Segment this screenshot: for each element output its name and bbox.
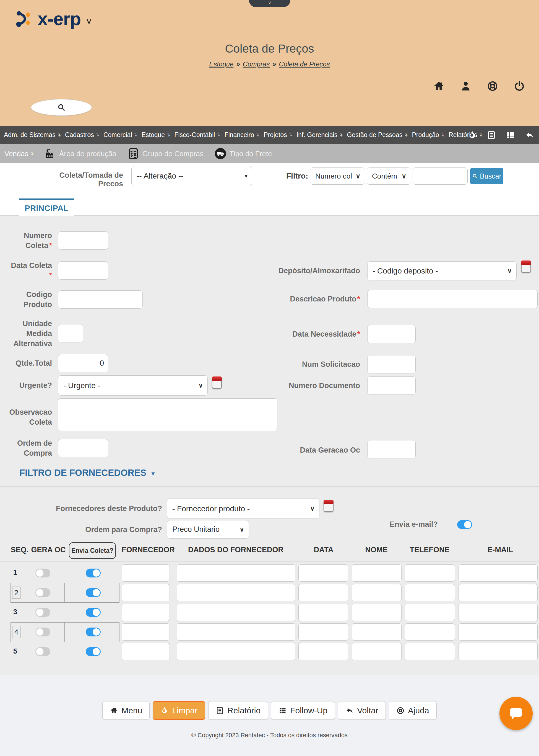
dados-fornecedor-input[interactable]: [177, 604, 295, 621]
filter-field-select[interactable]: Numero col∨: [310, 167, 365, 185]
buscar-button[interactable]: Buscar: [470, 168, 503, 184]
calendar-icon[interactable]: [212, 376, 222, 389]
telefone-input[interactable]: [405, 604, 455, 621]
email-input[interactable]: [459, 584, 538, 601]
envia-coleta-toggle[interactable]: [86, 588, 101, 597]
nome-input[interactable]: [352, 564, 402, 582]
nome-input[interactable]: [352, 623, 402, 640]
data-geracao-input[interactable]: [367, 440, 416, 458]
data-input[interactable]: [298, 604, 348, 621]
fornecedor-input[interactable]: [122, 584, 170, 601]
data-input[interactable]: [298, 643, 348, 660]
menu-producao[interactable]: Produção↴: [412, 131, 444, 139]
dados-fornecedor-input[interactable]: [177, 623, 295, 640]
deposito-select[interactable]: - Codigo deposito -∨: [367, 261, 517, 280]
telefone-input[interactable]: [405, 584, 455, 601]
envia-coleta-toggle[interactable]: [86, 569, 101, 577]
data-necessidade-input[interactable]: [367, 325, 416, 343]
submenu-grupo-compras[interactable]: Grupo de Compras: [142, 149, 203, 158]
envia-coleta-header-button[interactable]: Envia Coleta?: [69, 542, 116, 559]
envia-coleta-toggle[interactable]: [86, 608, 101, 617]
report-journal-icon[interactable]: [482, 126, 501, 144]
clear-eraser-icon[interactable]: [463, 126, 482, 144]
email-input[interactable]: [459, 564, 538, 582]
followup-button[interactable]: Follow-Up: [271, 701, 335, 720]
search-pill[interactable]: [31, 99, 92, 116]
breadcrumb-link-compras[interactable]: Compras: [243, 60, 270, 68]
voltar-button[interactable]: Voltar: [338, 701, 386, 720]
menu-cadastros[interactable]: Cadastros↴: [65, 131, 99, 139]
checklist-icon[interactable]: [127, 147, 140, 160]
data-input[interactable]: [298, 584, 348, 601]
fornecedor-input[interactable]: [122, 564, 170, 582]
gera-oc-toggle[interactable]: [36, 588, 50, 597]
menu-comercial[interactable]: Comercial↴: [104, 131, 137, 139]
envia-email-toggle[interactable]: [457, 520, 472, 529]
menu-fisco-contabil[interactable]: Fisco-Contábil↴: [174, 131, 220, 139]
email-input[interactable]: [459, 623, 538, 640]
menu-inf-gerenciais[interactable]: Inf. Gerenciais↴: [296, 131, 343, 139]
menu-financeiro[interactable]: Financeiro↴: [225, 131, 260, 139]
data-input[interactable]: [298, 623, 348, 640]
data-coleta-input[interactable]: [58, 261, 108, 280]
menu-button[interactable]: Menu: [102, 701, 150, 720]
fornecedor-input[interactable]: [122, 643, 170, 660]
nome-input[interactable]: [352, 604, 402, 621]
truck-icon[interactable]: [214, 147, 227, 160]
power-icon[interactable]: [513, 80, 525, 92]
observacao-textarea[interactable]: [58, 398, 277, 431]
submenu-area-producao[interactable]: Área de produção: [59, 149, 116, 158]
gera-oc-toggle[interactable]: [36, 569, 50, 577]
dados-fornecedor-input[interactable]: [177, 584, 295, 601]
chevron-down-icon[interactable]: ∨: [86, 17, 93, 26]
submenu-tipo-frete[interactable]: Tipo do Frete: [230, 149, 272, 158]
coleta-mode-select[interactable]: -- Alteração --▾: [131, 166, 252, 186]
calendar-icon[interactable]: [324, 500, 334, 512]
numero-documento-input[interactable]: [367, 376, 416, 395]
back-arrow-icon[interactable]: [520, 126, 539, 144]
fornecedores-section-header[interactable]: FILTRO DE FORNECEDORES▼: [19, 468, 156, 478]
filter-value-input[interactable]: [413, 167, 468, 185]
chat-fab[interactable]: [500, 697, 533, 730]
filter-operator-select[interactable]: Contém∨: [367, 167, 411, 185]
nome-input[interactable]: [352, 584, 402, 601]
gera-oc-toggle[interactable]: [36, 627, 50, 636]
menu-gestao-pessoas[interactable]: Gestão de Pessoas↴: [347, 131, 408, 139]
limpar-button[interactable]: Limpar: [153, 701, 205, 720]
numero-coleta-input[interactable]: [58, 232, 108, 250]
user-icon[interactable]: [460, 80, 472, 92]
descricao-produto-input[interactable]: [367, 290, 538, 308]
logo[interactable]: x-erp ∨: [14, 8, 92, 29]
dados-fornecedor-input[interactable]: [177, 564, 295, 582]
telefone-input[interactable]: [405, 643, 455, 660]
ordem-para-compra-select[interactable]: Preco Unitario∨: [167, 520, 249, 539]
grid-followup-icon[interactable]: [501, 126, 520, 144]
breadcrumb-link-estoque[interactable]: Estoque: [209, 60, 233, 68]
email-input[interactable]: [459, 604, 538, 621]
tab-principal[interactable]: PRINCIPAL: [19, 199, 74, 216]
qtde-total-input[interactable]: [58, 354, 108, 372]
factory-icon[interactable]: [44, 147, 56, 160]
dados-fornecedor-input[interactable]: [177, 643, 295, 660]
help-lifering-icon[interactable]: [487, 80, 499, 92]
ordem-compra-input[interactable]: [58, 439, 108, 457]
menu-adm-sistemas[interactable]: Adm. de Sistemas↴: [4, 131, 61, 139]
menu-estoque[interactable]: Estoque↴: [142, 131, 170, 139]
home-icon[interactable]: [433, 80, 445, 92]
telefone-input[interactable]: [405, 564, 455, 582]
email-input[interactable]: [459, 643, 538, 660]
nome-input[interactable]: [352, 643, 402, 660]
urgente-select[interactable]: - Urgente -∨: [58, 375, 208, 396]
submenu-vendas[interactable]: Vendas↴: [4, 149, 34, 158]
gera-oc-toggle[interactable]: [36, 608, 50, 617]
envia-coleta-toggle[interactable]: [86, 647, 101, 656]
ajuda-button[interactable]: Ajuda: [389, 701, 437, 720]
calendar-icon[interactable]: [521, 260, 531, 273]
menu-projetos[interactable]: Projetos↴: [264, 131, 292, 139]
data-input[interactable]: [298, 564, 348, 582]
fornecedor-input[interactable]: [122, 623, 170, 640]
relatorio-button[interactable]: Relatório: [208, 701, 268, 720]
fornecedor-produto-select[interactable]: - Fornecedor produto -∨: [167, 499, 319, 519]
fornecedor-input[interactable]: [122, 604, 170, 621]
telefone-input[interactable]: [405, 623, 455, 640]
